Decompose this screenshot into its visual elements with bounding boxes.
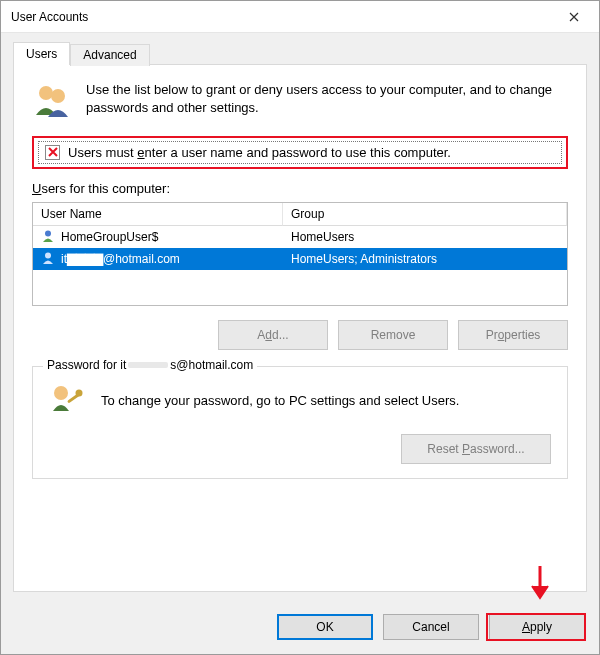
svg-point-0: [39, 86, 53, 100]
col-group[interactable]: Group: [283, 203, 567, 226]
svg-point-6: [76, 390, 83, 397]
col-username[interactable]: User Name: [33, 203, 283, 226]
users-icon: [32, 81, 72, 124]
x-check-icon: [48, 145, 58, 160]
users-listview[interactable]: User Name Group HomeGroupUser$ HomeUsers: [32, 202, 568, 306]
tab-panel-users: Use the list below to grant or deny user…: [13, 64, 587, 592]
must-enter-credentials-row[interactable]: Users must enter a user name and passwor…: [38, 141, 562, 164]
password-groupbox: Password for its@hotmail.com To change y…: [32, 366, 568, 479]
key-icon: [49, 381, 85, 420]
intro-text: Use the list below to grant or deny user…: [86, 81, 568, 116]
add-button[interactable]: Add...: [218, 320, 328, 350]
table-row[interactable]: HomeGroupUser$ HomeUsers: [33, 226, 567, 248]
cell-username: HomeGroupUser$: [61, 230, 158, 244]
password-instruction: To change your password, go to PC settin…: [101, 393, 459, 408]
cell-group: HomeUsers: [291, 230, 354, 244]
tab-users[interactable]: Users: [13, 42, 70, 65]
close-icon: [569, 9, 579, 25]
titlebar: User Accounts: [1, 1, 599, 33]
tab-advanced[interactable]: Advanced: [70, 44, 149, 66]
password-groupbox-legend: Password for its@hotmail.com: [43, 358, 257, 372]
tabstrip: Users Advanced: [13, 41, 587, 64]
apply-button[interactable]: Apply: [489, 614, 585, 640]
properties-button[interactable]: Properties: [458, 320, 568, 350]
intro-row: Use the list below to grant or deny user…: [32, 81, 568, 124]
must-enter-credentials-checkbox[interactable]: [45, 145, 60, 160]
close-button[interactable]: [551, 2, 597, 32]
table-row[interactable]: it▇▇▇▇@hotmail.com HomeUsers; Administra…: [33, 248, 567, 270]
users-list-label: Users for this computer:: [32, 181, 568, 196]
cancel-button[interactable]: Cancel: [383, 614, 479, 640]
remove-button[interactable]: Remove: [338, 320, 448, 350]
must-enter-credentials-label: Users must enter a user name and passwor…: [68, 145, 451, 160]
cell-username: it▇▇▇▇@hotmail.com: [61, 252, 180, 266]
window-title: User Accounts: [11, 10, 88, 24]
ok-button[interactable]: OK: [277, 614, 373, 640]
user-accounts-window: User Accounts Users Advanced: [0, 0, 600, 655]
svg-point-1: [51, 89, 65, 103]
cell-group: HomeUsers; Administrators: [291, 252, 437, 266]
svg-point-3: [45, 252, 51, 258]
svg-point-2: [45, 230, 51, 236]
user-icon: [41, 251, 55, 268]
reset-password-button[interactable]: Reset Password...: [401, 434, 551, 464]
dialog-footer: OK Cancel Apply: [1, 604, 599, 654]
client-area: Users Advanced Use the list below to gra…: [1, 33, 599, 604]
list-header: User Name Group: [33, 203, 567, 226]
svg-point-4: [54, 386, 68, 400]
user-icon: [41, 229, 55, 246]
annotation-highlight-checkbox: Users must enter a user name and passwor…: [32, 136, 568, 169]
user-buttons-row: Add... Remove Properties: [32, 320, 568, 350]
